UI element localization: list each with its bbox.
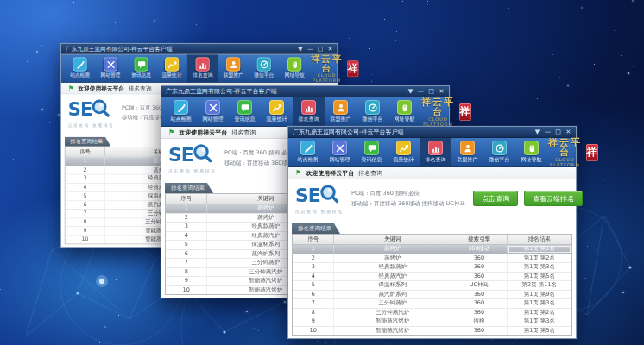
cell-engine: 360: [451, 291, 508, 299]
toolbar-item-label: 排名查询: [299, 116, 319, 123]
ranking-query-icon: [301, 100, 316, 115]
magnifier-icon: [193, 143, 213, 167]
toolbar-item-traffic[interactable]: 流量统计: [261, 97, 293, 126]
star-dot: [396, 31, 397, 32]
toolbar-item-ranking[interactable]: 排名查询: [187, 54, 218, 82]
star-dot: [382, 59, 382, 60]
toolbar-item-nav[interactable]: 网址导航: [388, 97, 420, 126]
cell-no: 6: [66, 201, 105, 209]
toolbar-item-promotion[interactable]: 联盟推广: [325, 97, 357, 126]
toolbar-item-label: 站点检测: [171, 116, 192, 123]
mobile-engines: 移动端：百度移动 360移动 搜狗移动 UC神马: [351, 200, 465, 208]
toolbar-item-ranking[interactable]: 排名查询: [420, 138, 451, 166]
skin-button[interactable]: ▼: [534, 129, 541, 136]
site-check-icon: [300, 141, 315, 155]
column-header[interactable]: 序号: [293, 235, 334, 244]
table-row[interactable]: 10智能蒸汽烤炉360第1页 第5名: [293, 327, 571, 336]
cell-no: 1: [293, 245, 334, 254]
minimize-button[interactable]: —: [417, 88, 425, 96]
toolbar-item-info[interactable]: 资讯信息: [356, 138, 388, 166]
toolbar-item-info[interactable]: 资讯信息: [229, 97, 261, 126]
toolbar-item-site-manage[interactable]: 网站管理: [95, 54, 126, 82]
toolbar-item-site-manage[interactable]: 网站管理: [324, 138, 356, 166]
toolbar-item-ranking[interactable]: 排名查询: [293, 97, 325, 126]
toolbar-item-promotion[interactable]: 联盟推广: [451, 138, 483, 166]
column-header[interactable]: 搜索引擎: [451, 235, 508, 244]
toolbar-item-site-manage[interactable]: 网站管理: [197, 97, 229, 126]
column-header[interactable]: 序号: [166, 194, 207, 204]
window-titlebar[interactable]: 广东九鼎王监网有限公司-祥云平台客户端 ▼ — □ ✕: [161, 86, 449, 97]
window-titlebar[interactable]: 广东九鼎王监网有限公司-祥云平台客户端 ▼ — □ ✕: [288, 127, 576, 138]
star-dot: [123, 35, 123, 36]
toolbar-item-traffic[interactable]: 流量统计: [388, 138, 420, 166]
cell-no: 5: [293, 281, 334, 290]
star-dot: [372, 74, 373, 75]
minimize-button[interactable]: —: [306, 45, 314, 53]
maximize-button[interactable]: □: [427, 88, 435, 96]
star-dot: [633, 66, 634, 67]
toolbar-item-nav[interactable]: 网址导航: [279, 54, 310, 82]
column-header[interactable]: 排名结果: [508, 235, 571, 244]
minimize-button[interactable]: —: [544, 129, 552, 136]
traffic-stats-icon: [269, 100, 284, 115]
close-button[interactable]: ✕: [438, 88, 445, 96]
table-row[interactable]: 8三分钟蒸汽炉360第1页 第2名: [293, 309, 571, 318]
table-row[interactable]: 5保温杯系列UC神马第2页 第11名: [293, 281, 571, 291]
query-button[interactable]: 点击查询: [473, 191, 518, 206]
results-tab[interactable]: 排名查询结果: [292, 223, 340, 234]
column-header[interactable]: 关键词: [334, 235, 451, 244]
toolbar-items: 站点检测网站管理资讯信息流量统计排名查询联盟推广微信平台网址导航: [292, 138, 547, 166]
star-dot: [628, 72, 629, 74]
seo-logo-text: SE: [168, 146, 193, 165]
brand-badge-icon: 祥: [586, 144, 598, 161]
close-button[interactable]: ✕: [326, 45, 334, 53]
cell-no: 7: [66, 210, 105, 217]
breadcrumb-section: 排名查询: [129, 85, 152, 93]
toolbar-item-traffic[interactable]: 流量统计: [156, 54, 187, 82]
table-row[interactable]: 4经典蒸汽炉360第1页 第5名: [293, 273, 571, 282]
results-tab[interactable]: 排名查询结果: [165, 183, 213, 193]
maximize-button[interactable]: □: [317, 45, 325, 53]
skin-button[interactable]: ▼: [407, 88, 414, 96]
toolbar-item-wechat[interactable]: 微信平台: [483, 138, 515, 166]
skin-button[interactable]: ▼: [297, 45, 305, 53]
toolbar-item-label: 网站管理: [101, 72, 121, 80]
close-button[interactable]: ✕: [565, 129, 572, 136]
toolbar-items: 站点检测网站管理资讯信息流量统计排名查询联盟推广微信平台网址导航: [65, 54, 310, 82]
toolbar-item-wechat[interactable]: 微信平台: [357, 97, 388, 126]
toolbar-item-nav[interactable]: 网址导航: [515, 138, 547, 166]
toolbar-item-label: 排名查询: [426, 156, 446, 164]
toolbar-item-site-check[interactable]: 站点检测: [292, 138, 324, 166]
window-titlebar[interactable]: 广东九鼎王监网有限公司-祥云平台客户端 ▼ — □ ✕: [61, 44, 338, 54]
site-check-icon: [73, 57, 86, 71]
view-cloud-ranking-button[interactable]: 查看云端排名: [524, 191, 583, 206]
column-header[interactable]: 序号: [66, 147, 105, 157]
star-dot: [552, 54, 553, 55]
table-row[interactable]: 1蒸烤炉360移动第1页 第1名: [293, 245, 571, 254]
toolbar-item-wechat[interactable]: 微信平台: [249, 54, 280, 82]
brand: 祥云平台 CLOUD PLATFORM 祥: [310, 54, 361, 82]
traffic-stats-icon: [396, 141, 411, 155]
table-row[interactable]: 2蒸烤炉360第1页 第2名: [293, 254, 571, 264]
cell-no: 6: [293, 291, 334, 299]
toolbar-item-site-check[interactable]: 站点检测: [65, 54, 96, 82]
cell-no: 8: [293, 309, 334, 317]
toolbar-item-promotion[interactable]: 联盟推广: [218, 54, 249, 82]
table-row[interactable]: 9智能蒸汽烤炉搜狗第1页 第3名: [293, 317, 571, 327]
toolbar-item-label: 流量统计: [267, 116, 287, 123]
results-tab[interactable]: 排名查询结果: [65, 136, 111, 147]
star-dot: [317, 341, 318, 342]
toolbar-item-label: 排名查询: [193, 72, 212, 80]
maximize-button[interactable]: □: [554, 129, 562, 136]
toolbar-item-site-check[interactable]: 站点检测: [165, 97, 197, 126]
cell-no: 9: [66, 227, 105, 235]
toolbar-item-label: 流量统计: [162, 72, 182, 80]
table-row[interactable]: 7三分钟蒸炉360第1页 第3名: [293, 299, 571, 309]
toolbar-item-info[interactable]: 资讯信息: [126, 54, 157, 82]
table-row[interactable]: 6蒸汽炉系列360第1页 第9名: [293, 291, 571, 300]
star-dot: [41, 109, 43, 110]
star-dot: [604, 179, 605, 180]
table-row[interactable]: 3经典款蒸炉360第1页 第3名: [293, 263, 571, 273]
cell-no: 2: [66, 166, 105, 174]
cell-rank: 第1页 第9名: [508, 291, 571, 299]
